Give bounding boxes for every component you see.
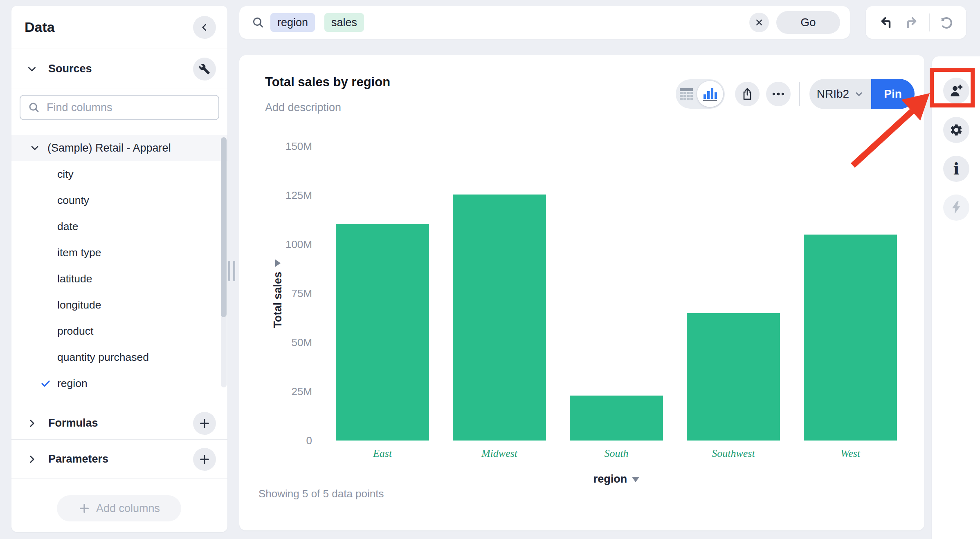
- column-item-county[interactable]: county: [11, 187, 227, 213]
- column-label: date: [57, 220, 79, 233]
- info-button[interactable]: i: [943, 156, 969, 182]
- column-item-region[interactable]: region: [11, 370, 227, 396]
- share-button[interactable]: [735, 82, 760, 106]
- sort-triangle-icon: [275, 259, 281, 267]
- answer-title[interactable]: Total sales by region: [265, 75, 390, 89]
- x-category-label-east[interactable]: East: [324, 447, 441, 460]
- search-icon: [252, 16, 265, 29]
- check-icon: [40, 378, 51, 389]
- column-label: latitude: [57, 273, 92, 285]
- bar-west[interactable]: [804, 235, 897, 441]
- wrench-icon: [199, 63, 210, 75]
- redo-button[interactable]: [902, 13, 922, 32]
- divider: [799, 82, 800, 106]
- column-item-quantity-purchased[interactable]: quantity purchased: [11, 344, 227, 370]
- answer-card: Total sales by region Add description: [239, 55, 924, 530]
- collapse-panel-button[interactable]: [193, 16, 216, 39]
- column-label: city: [57, 168, 74, 181]
- formulas-label: Formulas: [48, 417, 193, 429]
- x-axis-title-dropdown[interactable]: region: [324, 473, 909, 485]
- chevron-right-icon: [26, 418, 38, 429]
- data-panel-header: Data: [11, 6, 227, 49]
- column-item-city[interactable]: city: [11, 161, 227, 187]
- search-token-sales[interactable]: sales: [324, 13, 364, 32]
- table-view-button[interactable]: [676, 79, 697, 109]
- panel-resize-handle[interactable]: [228, 261, 236, 281]
- x-category-label-southwest[interactable]: Southwest: [675, 447, 792, 460]
- y-axis-tick: 0: [306, 434, 312, 447]
- table-icon: [679, 88, 693, 100]
- chart-view-button[interactable]: [697, 79, 725, 109]
- bar-chart-icon: [703, 87, 717, 101]
- source-item[interactable]: (Sample) Retail - Apparel: [11, 135, 227, 161]
- column-label: item type: [57, 246, 101, 259]
- chevron-down-icon: [29, 143, 40, 153]
- clear-search-button[interactable]: [749, 13, 769, 32]
- x-axis-title-label: region: [593, 473, 627, 485]
- chart-plot-area: [324, 146, 909, 441]
- answer-description-placeholder[interactable]: Add description: [265, 101, 341, 114]
- plus-icon: [78, 502, 90, 514]
- x-category-label-midwest[interactable]: Midwest: [441, 447, 558, 460]
- chevron-down-icon: [26, 63, 38, 75]
- bar-midwest[interactable]: [453, 195, 546, 441]
- bar-east[interactable]: [336, 224, 429, 441]
- app-root: Data Sources: [0, 0, 980, 539]
- x-category-label-south[interactable]: South: [558, 447, 675, 460]
- column-item-product[interactable]: product: [11, 318, 227, 344]
- x-category-label-west[interactable]: West: [792, 447, 909, 460]
- bar-slot: [675, 146, 792, 441]
- data-points-summary: Showing 5 of 5 data points: [258, 488, 384, 500]
- refresh-button[interactable]: [937, 13, 956, 32]
- parameters-label: Parameters: [48, 453, 193, 465]
- plus-icon: [198, 453, 211, 465]
- columns-list: citycountydateitem typelatitudelongitude…: [11, 161, 227, 396]
- y-axis-tick: 50M: [291, 336, 312, 349]
- column-label: product: [57, 325, 93, 338]
- add-columns-button[interactable]: Add columns: [57, 495, 181, 521]
- search-icon: [28, 101, 40, 114]
- y-axis-title[interactable]: Total sales: [270, 259, 285, 328]
- share-icon: [741, 87, 753, 101]
- caret-down-icon: [632, 477, 639, 482]
- undo-button[interactable]: [876, 13, 895, 32]
- formulas-section-header[interactable]: Formulas: [11, 407, 227, 439]
- find-columns-input[interactable]: [47, 101, 211, 114]
- data-panel: Data Sources: [11, 6, 227, 532]
- column-item-date[interactable]: date: [11, 213, 227, 239]
- spotiq-button[interactable]: [943, 195, 969, 221]
- search-input[interactable]: [364, 10, 749, 35]
- chevron-left-icon: [199, 22, 210, 33]
- sources-label: Sources: [48, 63, 193, 75]
- bar-slot: [441, 146, 558, 441]
- history-controls: [866, 6, 966, 39]
- column-label: county: [57, 194, 89, 207]
- column-item-latitude[interactable]: latitude: [11, 266, 227, 292]
- search-bar: region sales Go: [239, 6, 850, 39]
- search-token-region[interactable]: region: [270, 13, 315, 32]
- bar-slot: [792, 146, 909, 441]
- edit-sources-button[interactable]: [193, 58, 216, 81]
- sidebar-scrollbar-thumb[interactable]: [221, 137, 227, 317]
- bar-slot: [558, 146, 675, 441]
- bar-southwest[interactable]: [687, 313, 780, 441]
- more-options-button[interactable]: [766, 82, 791, 106]
- column-label: quantity purchased: [57, 351, 149, 364]
- column-item-item-type[interactable]: item type: [11, 239, 227, 266]
- column-item-longitude[interactable]: longitude: [11, 292, 227, 318]
- source-name: (Sample) Retail - Apparel: [47, 142, 171, 154]
- bar-south[interactable]: [570, 396, 663, 441]
- sources-section-header[interactable]: Sources: [11, 49, 227, 89]
- plus-icon: [198, 417, 211, 429]
- undo-icon: [877, 14, 894, 31]
- close-icon: [754, 18, 764, 27]
- add-parameter-button[interactable]: [193, 448, 216, 471]
- settings-button[interactable]: [943, 117, 969, 143]
- add-columns-label: Add columns: [96, 502, 160, 515]
- sidebar-scrollbar-track: [221, 137, 227, 387]
- add-formula-button[interactable]: [193, 412, 216, 435]
- y-axis-tick: 100M: [285, 238, 312, 251]
- go-button[interactable]: Go: [776, 11, 840, 34]
- y-axis-tick: 25M: [291, 385, 312, 398]
- parameters-section-header[interactable]: Parameters: [11, 439, 227, 479]
